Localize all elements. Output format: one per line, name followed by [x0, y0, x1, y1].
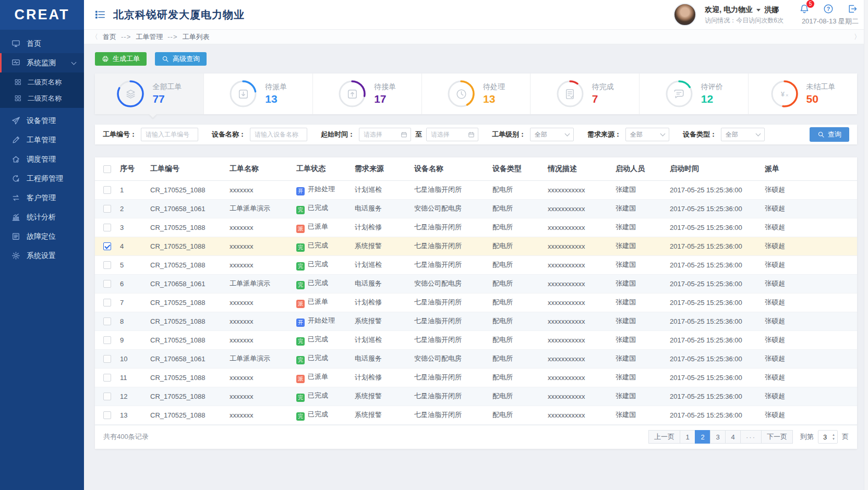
row-checkbox[interactable]	[103, 186, 111, 194]
cell-status: 完已完成	[294, 406, 353, 424]
breadcrumb-item-workorder-list[interactable]: 工单列表	[183, 32, 210, 42]
table-row[interactable]: 6 CR_170658_1061 工单派单演示 完已完成 电话服务 安德公司配电…	[95, 274, 857, 293]
next-page-button[interactable]: 下一页	[761, 430, 793, 444]
goto-page-value: 3	[823, 433, 827, 441]
table-row[interactable]: 13 CR_170525_1088 xxxxxxx 完已完成 系统报警 七星油脂…	[95, 406, 857, 424]
breadcrumb-forward-icon[interactable]: 〉	[854, 32, 861, 42]
cell-name: xxxxxxx	[227, 218, 294, 237]
row-checkbox[interactable]	[103, 205, 111, 213]
breadcrumb-item-workorder-mgmt[interactable]: 工单管理	[136, 32, 163, 42]
dropdown-caret-icon[interactable]	[756, 9, 761, 11]
source-select[interactable]: 全部	[625, 128, 669, 141]
notification-bell-icon[interactable]: 5	[799, 4, 810, 14]
order-no-input[interactable]	[141, 128, 198, 141]
app-window: CREAT 首页系统监测二级页名称二级页名称设备管理工单管理调度管理工程师管理客…	[0, 0, 868, 490]
stat-card-to-process[interactable]: 待处理 13	[422, 74, 531, 114]
filter-bar: 工单编号： 设备名称： 起始时间： 请选择 至 请选择 工单级别： 全部	[95, 125, 857, 144]
stepper-down-icon[interactable]: ▼	[832, 437, 835, 440]
row-checkbox[interactable]	[103, 280, 111, 288]
row-checkbox[interactable]	[103, 411, 111, 419]
avatar[interactable]	[673, 3, 696, 26]
device-name-input[interactable]	[250, 128, 307, 141]
prev-page-button[interactable]: 上一页	[648, 430, 680, 444]
end-date-picker[interactable]: 请选择	[426, 128, 478, 141]
cell-start-time: 2017-05-25 15:25:36:00	[668, 312, 763, 330]
stepper-up-icon[interactable]: ▲	[832, 433, 835, 436]
table-row[interactable]: 8 CR_170525_1088 xxxxxxx 开开始处理 系统报警 七星油脂…	[95, 312, 857, 330]
order-level-select[interactable]: 全部	[530, 128, 574, 141]
cell-device-type: 配电所	[490, 218, 546, 237]
swap-icon	[11, 193, 20, 202]
advanced-search-button[interactable]: 高级查询	[155, 52, 207, 66]
row-checkbox[interactable]	[103, 224, 111, 231]
table-row[interactable]: 5 CR_170525_1088 xxxxxxx 完已完成 计划巡检 七星油脂开…	[95, 255, 857, 274]
cell-starter: 张建国	[613, 387, 668, 406]
stat-card-open-orders[interactable]: ¥× 未结工单 50	[749, 74, 857, 114]
cell-description: xxxxxxxxxxx	[546, 274, 613, 293]
table-row[interactable]: 9 CR_170525_1088 xxxxxxx 完已完成 计划巡检 七星油脂开…	[95, 330, 857, 349]
cell-dispatcher: 张硕超	[763, 180, 857, 199]
row-checkbox[interactable]	[103, 355, 111, 363]
device-type-select[interactable]: 全部	[721, 128, 765, 141]
sidebar-item-engineer-mgmt[interactable]: 工程师管理	[0, 169, 84, 188]
sidebar-item-statistics[interactable]: 统计分析	[0, 207, 84, 227]
sidebar-item-label: 二级页名称	[28, 94, 62, 103]
row-checkbox[interactable]	[103, 317, 111, 325]
row-checkbox[interactable]	[103, 299, 111, 307]
table-row[interactable]: 11 CR_170525_1088 xxxxxxx 派已派单 计划检修 七星油脂…	[95, 368, 857, 387]
help-icon[interactable]: ?	[823, 4, 834, 14]
page-title: 北京科锐研发大厦电力物业	[113, 8, 245, 22]
page-button-4[interactable]: 4	[725, 430, 741, 444]
scrollbar[interactable]	[864, 0, 868, 490]
table-row[interactable]: 12 CR_170525_1088 xxxxxxx 完已完成 系统报警 七星油脂…	[95, 387, 857, 406]
stat-card-all-orders[interactable]: 全部工单 77	[95, 74, 204, 114]
table-row[interactable]: 4 CR_170525_1088 xxxxxxx 完已完成 系统报警 七星油脂开…	[95, 237, 857, 255]
table-row[interactable]: 10 CR_170658_1061 工单派单演示 完已完成 电话服务 安德公司配…	[95, 349, 857, 368]
row-checkbox[interactable]	[103, 374, 111, 382]
sidebar-item-home[interactable]: 首页	[0, 34, 84, 53]
sidebar-submenu: 二级页名称二级页名称	[0, 72, 84, 108]
query-button[interactable]: 查询	[810, 127, 849, 142]
sidebar-item-customer-mgmt[interactable]: 客户管理	[0, 188, 84, 207]
row-checkbox[interactable]	[103, 261, 111, 269]
page-button-2[interactable]: 2	[695, 430, 710, 444]
cell-start-time: 2017-05-25 15:25:36:00	[668, 274, 763, 293]
status-badge: 派	[296, 375, 305, 383]
status-badge: 完	[296, 243, 305, 252]
menu-toggle-icon[interactable]	[94, 9, 106, 20]
table-row[interactable]: 1 CR_170525_1088 xxxxxxx 开开始处理 计划巡检 七星油脂…	[95, 180, 857, 199]
table-row[interactable]: 2 CR_170658_1061 工单派单演示 完已完成 电话服务 安德公司配电…	[95, 199, 857, 218]
page-button-1[interactable]: 1	[680, 430, 695, 444]
stat-card-to-finish[interactable]: 待完成 7	[531, 74, 640, 114]
breadcrumb-item-home[interactable]: 首页	[103, 32, 116, 42]
cell-description: xxxxxxxxxxx	[546, 255, 613, 274]
cell-source: 计划巡检	[353, 255, 412, 274]
stat-label: 全部工单	[152, 82, 182, 92]
row-checkbox[interactable]	[103, 393, 111, 400]
clock-icon	[447, 80, 475, 108]
stat-card-to-accept[interactable]: 待接单 17	[313, 74, 422, 114]
row-checkbox[interactable]	[103, 242, 111, 250]
sidebar-item-system-monitor[interactable]: 系统监测	[0, 53, 84, 72]
sidebar-item-secondary-page-2[interactable]: 二级页名称	[0, 90, 84, 106]
more-pages-button[interactable]: ···	[740, 430, 762, 444]
sidebar-item-device-mgmt[interactable]: 设备管理	[0, 111, 84, 130]
start-date-picker[interactable]: 请选择	[359, 128, 411, 141]
table-row[interactable]: 7 CR_170525_1088 xxxxxxx 派已派单 计划检修 七星油脂开…	[95, 293, 857, 312]
generate-order-button[interactable]: 生成工单	[95, 52, 147, 66]
logout-icon[interactable]	[847, 4, 858, 14]
sidebar-item-workorder-mgmt[interactable]: 工单管理	[0, 130, 84, 150]
stat-card-to-review[interactable]: 待评价 12	[640, 74, 749, 114]
select-all-checkbox[interactable]	[103, 165, 111, 173]
page-button-3[interactable]: 3	[710, 430, 726, 444]
stat-card-to-dispatch[interactable]: 待派单 13	[204, 74, 313, 114]
username: 洪娜	[764, 4, 779, 15]
goto-page-input[interactable]: 3▲▼	[818, 430, 838, 444]
breadcrumb-back-icon[interactable]: 〈	[91, 32, 98, 42]
sidebar-item-dispatch-mgmt[interactable]: 调度管理	[0, 150, 84, 169]
row-checkbox[interactable]	[103, 336, 111, 344]
sidebar-item-fault-location[interactable]: 故障定位	[0, 227, 84, 246]
sidebar-item-system-settings[interactable]: 系统设置	[0, 246, 84, 265]
table-row[interactable]: 3 CR_170525_1088 xxxxxxx 派已派单 计划检修 七星油脂开…	[95, 218, 857, 237]
sidebar-item-secondary-page-1[interactable]: 二级页名称	[0, 74, 84, 90]
